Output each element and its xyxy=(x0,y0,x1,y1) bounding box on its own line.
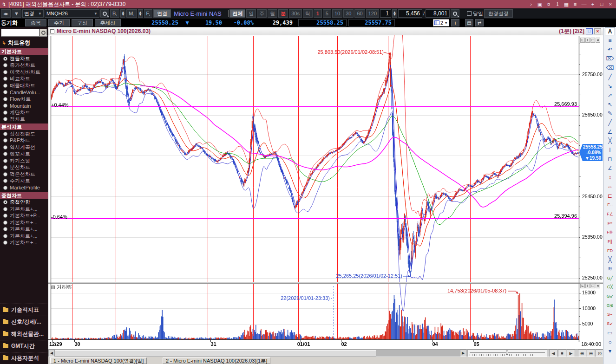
sidebar-item-s2-8[interactable]: 주기차트 xyxy=(0,178,48,185)
scroll-left-button[interactable]: ◀ xyxy=(48,350,55,357)
b-button[interactable]: B, xyxy=(110,9,119,18)
interval-button-120[interactable]: 120 xyxy=(366,9,379,18)
range-all-button[interactable]: 전체 xyxy=(229,9,245,18)
draw-tool-9-icon[interactable]: ↖ xyxy=(603,100,616,109)
sidebar-item-s3-4[interactable]: 기본차트+... xyxy=(0,219,48,226)
pane-mini-button-3[interactable]: □ xyxy=(590,283,595,288)
f-button[interactable]: F, xyxy=(144,9,153,18)
pane-mini-button-3[interactable]: □ xyxy=(590,38,595,43)
draw-tool-21-icon[interactable]: F∠ xyxy=(603,209,616,219)
bar-width-slider[interactable] xyxy=(467,350,547,357)
draw-tool-13-icon[interactable]: ╳ xyxy=(603,136,616,146)
chart-pane-titlebar[interactable]: Micro E-mini NASDAQ 100(2026.03) (1분) [2… xyxy=(48,27,603,35)
dock-down-button[interactable]: ▼ xyxy=(12,9,21,18)
sidebar-item-s2-1[interactable]: 삼선전환도 xyxy=(0,130,48,137)
draw-tool-25-icon[interactable]: FD xyxy=(603,246,616,255)
pane-mini-button-2[interactable]: I xyxy=(585,283,590,288)
draw-tool-33-icon[interactable]: S↙ xyxy=(603,319,616,328)
day-checkbox[interactable]: 당일 xyxy=(467,10,483,17)
sidebar-item-s3-7[interactable]: 기본차트+... xyxy=(0,240,48,247)
sidebar-item-s1-9[interactable]: 계단차트 xyxy=(0,109,48,116)
period-button-3[interactable]: 월 xyxy=(268,9,277,18)
minimize-button[interactable]: — xyxy=(580,1,588,7)
draw-tool-31-icon[interactable]: G≶ xyxy=(603,301,616,310)
swap-chart-button[interactable]: ⇄ xyxy=(475,19,484,26)
interval-button-10[interactable]: 10 xyxy=(332,9,342,18)
draw-tool-12-icon[interactable]: ∠ xyxy=(603,127,616,136)
draw-tool-11-icon[interactable]: ╱ xyxy=(603,118,616,127)
step-forward-button[interactable]: ▶ xyxy=(567,350,575,357)
search-symbol-button[interactable] xyxy=(100,9,109,18)
period-button-6[interactable]: 틱 xyxy=(303,9,313,18)
custom-interval-field[interactable]: 1 xyxy=(380,9,391,18)
period-button-2[interactable]: 주 xyxy=(257,9,267,18)
dock-left-button[interactable]: ◂▸ xyxy=(1,9,11,18)
settings-button[interactable]: 환경설정 xyxy=(484,9,513,18)
screen1-icon[interactable]: 1 xyxy=(554,1,561,7)
draw-tool-15-icon[interactable]: ⊓ xyxy=(603,155,616,164)
interval-button-60[interactable]: 60 xyxy=(354,9,365,18)
lock-icon[interactable]: ¤ xyxy=(545,1,552,7)
panel-icon[interactable]: ▣ xyxy=(536,1,544,7)
draw-tool-2-icon[interactable]: ≡ xyxy=(603,36,616,45)
draw-tool-26-icon[interactable]: ╳ xyxy=(603,255,616,265)
draw-tool-23-icon[interactable]: F⊪ xyxy=(603,228,616,237)
sidebar-item-s3-3[interactable]: 기본차트+P... xyxy=(0,213,48,220)
draw-tool-24-icon[interactable]: F∥ xyxy=(603,237,616,246)
layers-icon[interactable]: ▦ xyxy=(563,1,570,7)
sidebar-item-s2-6[interactable]: 분산차트 xyxy=(0,164,48,171)
draw-tool-17-icon[interactable]: ↕ xyxy=(603,173,616,182)
draw-tool-30-icon[interactable]: G↙ xyxy=(603,292,616,301)
draw-tool-22-icon[interactable]: F≡ xyxy=(603,219,616,228)
draw-tool-28-icon[interactable]: G╱ xyxy=(603,273,616,283)
interval-button-30[interactable]: 30 xyxy=(343,9,354,18)
zoom-in-button[interactable]: ⊕ xyxy=(578,350,586,357)
sidebar-item-s1-10[interactable]: 점차트 xyxy=(0,116,48,123)
sidebar-search-input[interactable] xyxy=(1,29,39,37)
close-pane-icon[interactable]: × xyxy=(594,28,601,34)
bar-count-search-button[interactable] xyxy=(451,9,459,18)
draw-tool-1-icon[interactable]: A xyxy=(605,27,615,35)
sidebar-item-s2-2[interactable]: P&F차트 xyxy=(0,137,48,144)
sidebar-folder-1[interactable]: 기술적지표 xyxy=(0,304,48,316)
sidebar-item-s2-4[interactable]: 렌꼬차트 xyxy=(0,151,48,158)
add-pane-button[interactable]: + xyxy=(451,19,459,26)
draw-tool-34-icon[interactable]: ▭ xyxy=(603,328,616,338)
close-button[interactable]: × xyxy=(607,1,614,7)
sidebar-folder-5[interactable]: 사용자분석 xyxy=(0,352,48,364)
sidebar-item-s1-2[interactable]: 종가선차트 xyxy=(0,62,48,69)
draw-tool-14-icon[interactable]: I xyxy=(603,145,616,155)
sidebar-item-s1-7[interactable]: Flow차트 xyxy=(0,96,48,103)
sidebar-item-s1-8[interactable]: Mountain xyxy=(0,103,48,110)
step-back-button[interactable]: ◀ xyxy=(549,350,557,357)
stop-button[interactable]: ■ xyxy=(558,350,566,357)
sidebar-folder-2[interactable]: 신호/강세/... xyxy=(0,316,48,328)
chart-tab-1[interactable]: 1 - Micro E-mini NASDAQ 100(연결)[일] xyxy=(50,358,147,364)
draw-tool-27-icon[interactable]: ≋ xyxy=(603,264,616,273)
maximize-pane-icon[interactable]: □ xyxy=(586,28,593,34)
layout-tab-button[interactable]: 구성 xyxy=(72,19,93,26)
period-button-1[interactable]: 일 xyxy=(246,9,256,18)
sidebar-item-s2-7[interactable]: 꺽은선차트 xyxy=(0,171,48,178)
scroll-right-button[interactable]: ▶ xyxy=(460,350,466,357)
sidebar-item-s2-5[interactable]: 카기스윙 xyxy=(0,157,48,164)
sidebar-folder-3[interactable]: 해외선물관... xyxy=(0,328,48,340)
sidebar-item-s3-5[interactable]: 기본차트+... xyxy=(0,226,48,233)
m-spinner[interactable]: ▲▼ xyxy=(138,9,143,18)
b-spinner[interactable]: ▲▼ xyxy=(120,9,125,18)
sidebar-item-s3-6[interactable]: 기본차트+... xyxy=(0,233,48,240)
pane-mini-button-4[interactable]: × xyxy=(596,283,600,288)
m-button[interactable]: M, xyxy=(126,9,137,18)
chart-checkbox[interactable] xyxy=(50,29,54,33)
sidebar-item-s1-6[interactable]: CandleVolu... xyxy=(0,89,48,96)
draw-tool-5-icon[interactable]: ⌫ xyxy=(603,63,616,72)
menu-icon[interactable]: ≡ xyxy=(571,1,579,7)
draw-tool-3-icon[interactable]: ↶ xyxy=(603,45,616,54)
draw-tool-10-icon[interactable]: ✎ xyxy=(603,109,616,118)
sidebar-item-s1-5[interactable]: 매물대차트 xyxy=(0,82,48,89)
interval-button-1[interactable]: 1 xyxy=(314,9,322,18)
move-button[interactable]: + xyxy=(589,1,596,7)
connect-button[interactable]: 연결 xyxy=(153,9,171,18)
sidebar-item-s3-1[interactable]: 중첩안함 xyxy=(0,199,48,206)
custom-interval-spinner[interactable]: ▲▼ xyxy=(392,9,397,18)
